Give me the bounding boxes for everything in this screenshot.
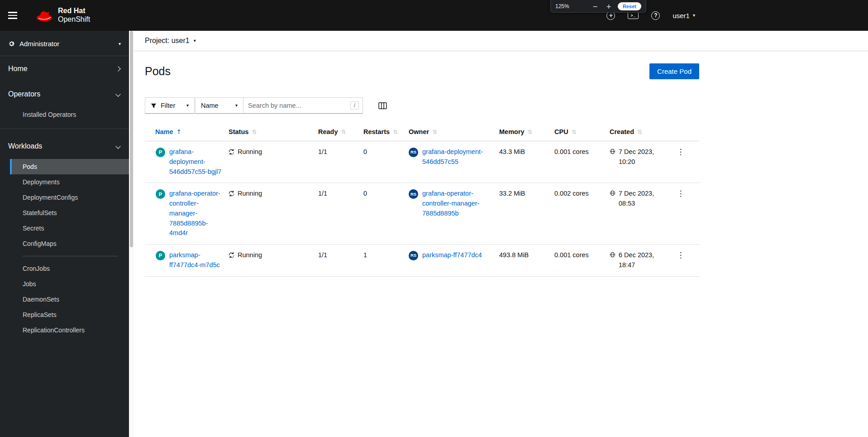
kebab-menu-icon[interactable]: ⋮ <box>674 147 687 156</box>
zoom-reset-button[interactable]: Reset <box>618 2 641 10</box>
project-label: Project: user1 <box>145 37 190 45</box>
column-header-created[interactable]: Created ⇅ <box>610 123 667 141</box>
sidebar-item-replicasets[interactable]: ReplicaSets <box>10 307 129 322</box>
zoom-level: 125% <box>555 3 587 10</box>
globe-timestamp-icon <box>610 149 615 154</box>
nav-divider <box>23 256 118 256</box>
pods-table: Name ↑ Status ⇅ Ready ⇅ Restarts ⇅ O <box>145 123 699 277</box>
owner-link[interactable]: parksmap-ff7477dc4 <box>422 250 482 260</box>
kebab-menu-icon[interactable]: ⋮ <box>674 189 687 198</box>
terminal-icon: >_ <box>628 12 639 19</box>
ready-value: 1/1 <box>318 251 327 259</box>
perspective-switcher[interactable]: Administrator ▾ <box>0 31 129 56</box>
status-text: Running <box>238 250 262 260</box>
zoom-out-icon[interactable]: − <box>591 3 600 10</box>
sidebar-item-secrets[interactable]: Secrets <box>10 221 129 236</box>
sidebar-item-label: Jobs <box>23 280 36 288</box>
pod-link[interactable]: grafana-deployment-546dd57c55-bgjl7 <box>169 147 224 177</box>
brand-logo: Red Hat OpenShift <box>35 7 90 24</box>
chevron-down-icon: ▾ <box>194 38 196 43</box>
chevron-right-icon <box>115 66 120 71</box>
sidebar-item-jobs[interactable]: Jobs <box>10 276 129 292</box>
memory-value: 43.3 MiB <box>499 148 525 155</box>
sort-icon[interactable]: ⇅ <box>572 129 577 135</box>
question-circle-icon: ? <box>651 11 660 20</box>
sidebar-item-label: Secrets <box>23 225 44 232</box>
sidebar-item-daemonsets[interactable]: DaemonSets <box>10 292 129 307</box>
restarts-value: 1 <box>363 251 367 259</box>
owner-link[interactable]: grafana-deployment-546dd57c55 <box>422 147 490 167</box>
column-header-ready[interactable]: Ready ⇅ <box>318 123 363 141</box>
shortcut-key-badge: / <box>350 101 359 110</box>
sidebar-item-label: Pods <box>23 163 37 170</box>
search-box: / <box>243 97 363 114</box>
sort-icon[interactable]: ⇅ <box>252 129 257 135</box>
table-row: P grafana-deployment-546dd57c55-bgjl7 Ru… <box>145 141 699 183</box>
column-header-restarts[interactable]: Restarts ⇅ <box>363 123 409 141</box>
brand-line1: Red Hat <box>58 7 90 15</box>
sidebar-item-replicationcontrollers[interactable]: ReplicationControllers <box>10 322 129 338</box>
memory-value: 493.8 MiB <box>499 251 529 259</box>
pod-link[interactable]: parksmap-ff7477dc4-m7d5c <box>169 250 224 270</box>
pod-badge-icon: P <box>156 148 165 157</box>
chevron-down-icon: ▾ <box>693 13 695 18</box>
create-pod-button[interactable]: Create Pod <box>649 63 699 79</box>
sidebar-item-deploymentconfigs[interactable]: DeploymentConfigs <box>10 190 129 205</box>
user-menu[interactable]: user1 ▾ <box>672 12 695 19</box>
sidebar-item-deployments[interactable]: Deployments <box>10 174 129 190</box>
hamburger-menu-icon[interactable] <box>7 6 25 24</box>
cpu-value: 0.002 cores <box>554 190 589 197</box>
sidebar-item-configmaps[interactable]: ConfigMaps <box>10 236 129 251</box>
column-header-owner[interactable]: Owner ⇅ <box>409 123 499 141</box>
sidebar-item-operators[interactable]: Operators <box>0 82 129 107</box>
sidebar-item-statefulsets[interactable]: StatefulSets <box>10 205 129 221</box>
sidebar-item-cronjobs[interactable]: CronJobs <box>10 261 129 276</box>
search-input[interactable] <box>243 102 350 109</box>
sidebar-item-label: Installed Operators <box>23 111 76 118</box>
project-selector[interactable]: Project: user1 ▾ <box>134 31 868 51</box>
cpu-value: 0.001 cores <box>554 148 589 155</box>
sort-icon[interactable]: ⇅ <box>432 129 437 135</box>
sort-ascending-icon[interactable]: ↑ <box>176 128 182 135</box>
attribute-label: Name <box>201 102 219 109</box>
column-header-name[interactable]: Name ↑ <box>145 123 229 141</box>
masthead: Red Hat OpenShift + >_ ? user1 ▾ 125% − … <box>0 0 868 31</box>
sort-icon[interactable]: ⇅ <box>341 129 346 135</box>
globe-timestamp-icon <box>610 252 615 258</box>
sidebar-item-installed-operators[interactable]: Installed Operators <box>10 107 129 122</box>
sidebar-item-label: ConfigMaps <box>23 240 57 247</box>
globe-timestamp-icon <box>610 190 615 196</box>
sidebar-item-pods[interactable]: Pods <box>10 159 129 174</box>
replicaset-badge-icon: RS <box>409 251 418 260</box>
restarts-value: 0 <box>363 148 367 155</box>
kebab-menu-icon[interactable]: ⋮ <box>674 250 687 259</box>
created-value: 6 Dec 2023, 18:47 <box>619 250 657 270</box>
filter-dropdown[interactable]: Filter ▾ <box>145 97 195 114</box>
sidebar-item-label: StatefulSets <box>23 209 57 216</box>
sidebar-item-workloads[interactable]: Workloads <box>0 134 129 159</box>
sidebar-item-home[interactable]: Home <box>0 56 129 82</box>
status-text: Running <box>238 147 262 157</box>
column-header-cpu[interactable]: CPU ⇅ <box>554 123 610 141</box>
owner-link[interactable]: grafana-operator-controller-manager-7885… <box>422 189 490 218</box>
column-header-memory[interactable]: Memory ⇅ <box>499 123 554 141</box>
sort-icon[interactable]: ⇅ <box>637 129 642 135</box>
sidebar-item-label: Deployments <box>23 178 60 186</box>
status-text: Running <box>238 189 262 199</box>
memory-value: 33.2 MiB <box>499 190 525 197</box>
sort-icon[interactable]: ⇅ <box>393 129 398 135</box>
sort-icon[interactable]: ⇅ <box>528 129 533 135</box>
ready-value: 1/1 <box>318 148 327 155</box>
help-button[interactable]: ? <box>651 11 660 20</box>
scrollbar-thumb[interactable] <box>130 31 133 247</box>
chevron-down-icon <box>115 144 120 149</box>
search-attribute-dropdown[interactable]: Name ▾ <box>195 97 243 114</box>
zoom-in-icon[interactable]: + <box>604 3 613 10</box>
column-header-status[interactable]: Status ⇅ <box>229 123 318 141</box>
manage-columns-button[interactable] <box>378 102 387 110</box>
web-terminal-button[interactable]: >_ <box>628 12 639 19</box>
browser-zoom-popup: 125% − + Reset <box>550 0 646 13</box>
pod-link[interactable]: grafana-operator-controller-manager-7885… <box>169 189 224 238</box>
sidebar-item-label: Home <box>8 65 28 73</box>
sidebar-scrollbar[interactable] <box>129 31 134 437</box>
